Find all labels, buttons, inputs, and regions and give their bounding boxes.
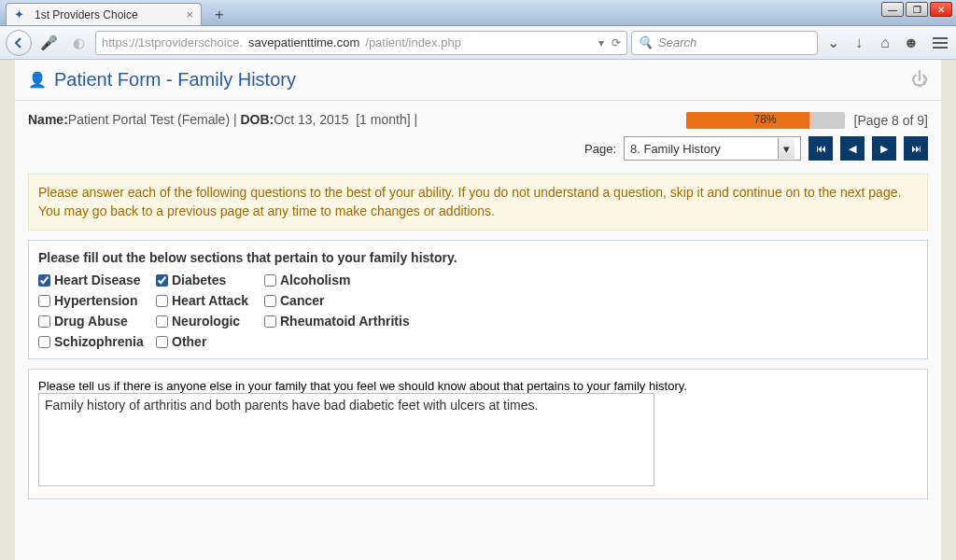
checkbox-input[interactable] — [264, 274, 276, 287]
checkbox-input[interactable] — [156, 295, 168, 307]
page-selector-label: Page: — [584, 142, 616, 156]
checkbox-input[interactable] — [38, 336, 50, 348]
checkbox-label: Diabetes — [172, 273, 226, 287]
maximize-window-button[interactable]: ❐ — [906, 2, 928, 17]
checkbox-cancer[interactable]: Cancer — [264, 293, 451, 308]
url-path: /patient/index.php — [365, 35, 461, 49]
next-page-button[interactable]: ▶ — [872, 136, 896, 161]
search-placeholder: Search — [658, 35, 696, 49]
page-count: [Page 8 of 9] — [854, 113, 928, 128]
checkbox-neurologic[interactable]: Neurologic — [156, 314, 259, 329]
progress-bar: 78% — [686, 112, 845, 129]
checkbox-label: Heart Disease — [54, 273, 141, 287]
browser-titlebar: ✦ 1st Providers Choice × + — ❐ ✕ — [0, 0, 956, 26]
back-button[interactable] — [6, 30, 32, 56]
family-history-title: Please fill out the below sections that … — [38, 250, 918, 265]
extension-icon[interactable]: 🎤 — [35, 30, 62, 56]
family-history-panel: Please fill out the below sections that … — [28, 240, 928, 359]
checkbox-input[interactable] — [156, 315, 168, 328]
checkbox-label: Drug Abuse — [54, 314, 128, 329]
identity-icon[interactable]: ◐ — [65, 30, 91, 56]
user-icon: 👤 — [28, 71, 47, 89]
minimize-window-button[interactable]: — — [881, 2, 904, 17]
checkbox-heart-attack[interactable]: Heart Attack — [156, 293, 259, 308]
checkbox-rheumatoid-arthritis[interactable]: Rheumatoid Arthritis — [264, 314, 451, 329]
page-selector[interactable]: 8. Family History ▾ — [624, 136, 801, 161]
additional-title: Please tell us if there is anyone else i… — [38, 379, 918, 393]
checkbox-input[interactable] — [38, 274, 50, 287]
close-tab-icon[interactable]: × — [186, 7, 193, 21]
reload-icon[interactable]: ⟳ — [612, 36, 621, 49]
home-icon[interactable]: ⌂ — [874, 35, 896, 51]
patient-meta: Name:Patient Portal Test (Female) | DOB:… — [28, 112, 417, 127]
face-icon[interactable]: ☻ — [900, 35, 922, 51]
checkbox-label: Other — [172, 334, 206, 349]
browser-search[interactable]: 🔍 Search — [631, 31, 818, 55]
checkbox-label: Heart Attack — [172, 293, 248, 308]
browser-navbar: 🎤 ◐ https://1stproviderschoice.savepatie… — [0, 26, 956, 60]
checkbox-input[interactable] — [156, 274, 168, 287]
checkbox-input[interactable] — [264, 295, 276, 307]
new-tab-button[interactable]: + — [205, 5, 233, 25]
search-icon: 🔍 — [638, 35, 653, 49]
page-title: 👤 Patient Form - Family History — [28, 69, 296, 91]
checkbox-label: Hypertension — [54, 293, 137, 308]
checkbox-label: Alcoholism — [280, 273, 350, 287]
pocket-icon[interactable]: ⌄ — [822, 34, 844, 51]
tab-favicon-icon: ✦ — [14, 7, 29, 22]
checkbox-alcoholism[interactable]: Alcoholism — [264, 273, 451, 287]
checkbox-heart-disease[interactable]: Heart Disease — [38, 273, 150, 287]
chevron-down-icon: ▾ — [778, 138, 794, 159]
checkbox-input[interactable] — [264, 315, 276, 328]
url-dropdown-icon[interactable]: ▾ — [598, 36, 604, 49]
prev-page-button[interactable]: ◀ — [840, 136, 865, 161]
additional-textarea[interactable] — [38, 393, 654, 486]
checkbox-input[interactable] — [38, 295, 50, 307]
tab-title: 1st Providers Choice — [35, 8, 180, 21]
checkbox-label: Cancer — [280, 293, 324, 308]
power-icon[interactable]: ⏻ — [911, 70, 928, 90]
additional-info-panel: Please tell us if there is anyone else i… — [28, 369, 928, 499]
checkbox-label: Rheumatoid Arthritis — [280, 314, 410, 329]
checkbox-label: Neurologic — [172, 314, 240, 329]
checkbox-diabetes[interactable]: Diabetes — [156, 273, 259, 287]
downloads-icon[interactable]: ↓ — [848, 35, 870, 51]
browser-tab[interactable]: ✦ 1st Providers Choice × — [6, 3, 202, 25]
checkbox-hypertension[interactable]: Hypertension — [38, 293, 150, 308]
url-prefix: https://1stproviderschoice. — [102, 35, 243, 49]
close-window-button[interactable]: ✕ — [930, 2, 952, 17]
url-host: savepatienttime.com — [248, 35, 359, 49]
checkbox-label: Schizophrenia — [54, 334, 144, 349]
hamburger-menu-icon[interactable] — [930, 37, 950, 49]
instruction-notice: Please answer each of the following ques… — [28, 174, 928, 231]
checkbox-input[interactable] — [156, 336, 168, 348]
checkbox-input[interactable] — [38, 315, 50, 328]
checkbox-schizophrenia[interactable]: Schizophrenia — [38, 334, 150, 349]
url-bar[interactable]: https://1stproviderschoice.savepatientti… — [95, 31, 627, 55]
page-content[interactable]: 👤 Patient Form - Family History ⏻ Name:P… — [0, 60, 956, 560]
last-page-button[interactable]: ⏭ — [904, 136, 928, 161]
checkbox-other[interactable]: Other — [156, 334, 259, 349]
checkbox-drug-abuse[interactable]: Drug Abuse — [38, 314, 150, 329]
first-page-button[interactable]: ⏮ — [808, 136, 833, 161]
